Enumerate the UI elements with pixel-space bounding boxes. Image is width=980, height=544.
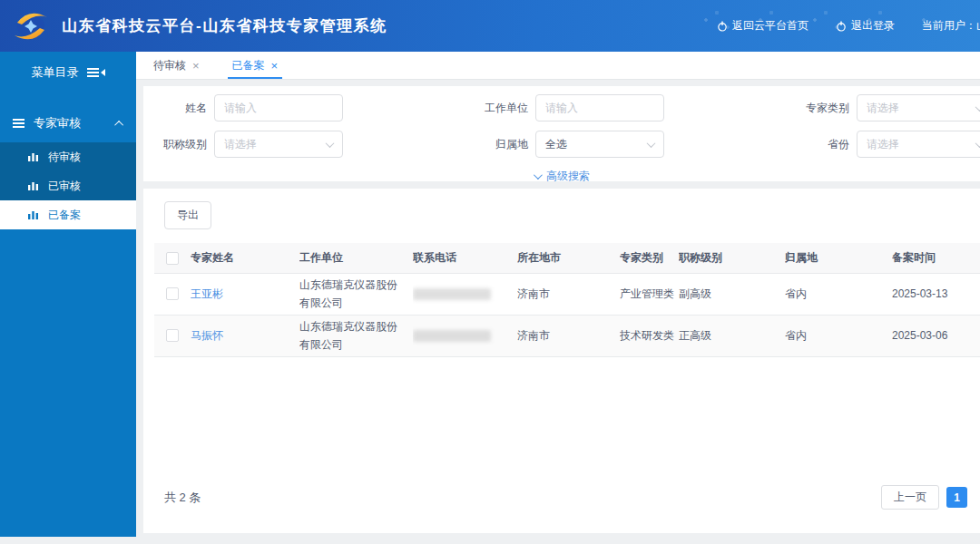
chevron-down-icon <box>326 139 335 148</box>
tab-recorded[interactable]: 已备案 × <box>228 52 283 79</box>
sidebar-group-expert-review[interactable]: 专家审核 <box>0 108 136 139</box>
experts-table: 专家姓名 工作单位 联系电话 所在地市 专家类别 职称级别 归属地 备案时间 王… <box>154 243 980 357</box>
app-title: 山东省科技云平台-山东省科技专家管理系统 <box>62 15 387 36</box>
sidebar: 菜单目录 专家审核 待审核 <box>0 52 136 537</box>
return-home-label: 返回云平台首页 <box>732 18 808 34</box>
province-select[interactable]: 请选择 <box>857 131 980 158</box>
page-number-1[interactable]: 1 <box>946 487 967 508</box>
list-icon <box>13 118 24 129</box>
field-title-level: 职称级别 请选择 <box>143 131 465 158</box>
city-cell: 济南市 <box>517 273 620 315</box>
advanced-search-link[interactable]: 高级搜索 <box>143 169 980 184</box>
table-row: 马振怀 山东德瑞克仪器股份有限公司 济南市 技术研发类 正高级 省内 2025-… <box>154 315 980 356</box>
field-work-unit: 工作单位 <box>465 94 786 121</box>
row-checkbox[interactable] <box>166 329 179 342</box>
sidebar-item-recorded[interactable]: 已备案 <box>0 200 136 229</box>
chevron-down-icon <box>975 102 980 112</box>
record-date-cell: 2025-03-06 <box>892 315 980 356</box>
table-footer: 共 2 条 上一页 1 <box>164 485 967 510</box>
row-checkbox[interactable] <box>166 287 179 300</box>
pagination: 上一页 1 <box>881 485 967 510</box>
work-unit-input[interactable] <box>535 94 664 121</box>
tab-label: 待审核 <box>153 58 186 73</box>
name-input[interactable] <box>214 94 343 121</box>
logout-label: 退出登录 <box>851 18 895 34</box>
group-label: 专家审核 <box>34 115 81 131</box>
field-label: 归属地 <box>465 137 528 152</box>
select-all-checkbox[interactable] <box>166 252 179 265</box>
select-placeholder: 请选择 <box>867 101 899 116</box>
power-icon <box>836 21 847 32</box>
field-label: 专家类别 <box>786 101 849 116</box>
prev-page-button[interactable]: 上一页 <box>881 485 939 510</box>
bar-chart-icon <box>27 180 39 191</box>
table-row: 王亚彬 山东德瑞克仪器股份有限公司 济南市 产业管理类 副高级 省内 2025-… <box>154 273 980 315</box>
results-panel: 导出 专家姓名 工作单位 联系电话 所在地市 专家类别 职称级别 归属 <box>143 189 980 533</box>
field-expert-category: 专家类别 请选择 <box>786 94 980 121</box>
phone-cell <box>413 273 517 315</box>
field-region: 归属地 全选 <box>465 131 786 158</box>
search-row-2: 职称级别 请选择 归属地 全选 省份 请选择 <box>143 131 980 158</box>
menu-title-label: 菜单目录 <box>32 64 79 81</box>
export-button[interactable]: 导出 <box>164 201 211 229</box>
organization-cell: 山东德瑞克仪器股份有限公司 <box>299 273 413 315</box>
redacted-phone <box>413 330 491 342</box>
close-icon[interactable]: × <box>271 59 279 73</box>
sidebar-item-label: 已审核 <box>48 179 81 194</box>
expert-category-select[interactable]: 请选择 <box>857 94 980 121</box>
table-header-row: 专家姓名 工作单位 联系电话 所在地市 专家类别 职称级别 归属地 备案时间 <box>154 243 980 273</box>
redacted-phone <box>413 288 491 300</box>
select-placeholder: 请选择 <box>867 137 899 152</box>
sidebar-item-reviewed[interactable]: 已审核 <box>0 171 136 200</box>
phone-cell <box>413 315 517 356</box>
title-level-select[interactable]: 请选择 <box>214 131 343 158</box>
column-header: 专家姓名 <box>191 243 299 273</box>
app-logo-icon <box>11 8 51 44</box>
title-level-cell: 正高级 <box>679 315 785 356</box>
tab-bar: 待审核 × 已备案 × <box>136 52 980 80</box>
sidebar-item-pending-review[interactable]: 待审核 <box>0 142 136 171</box>
return-home-link[interactable]: 返回云平台首页 <box>717 18 808 34</box>
select-value: 全选 <box>545 137 567 152</box>
select-placeholder: 请选择 <box>224 137 257 152</box>
close-icon[interactable]: × <box>192 59 200 73</box>
sidebar-item-label: 待审核 <box>48 150 81 165</box>
sidebar-submenu: 待审核 已审核 已备案 <box>0 142 136 229</box>
chevron-down-icon <box>975 139 980 148</box>
field-label: 省份 <box>786 137 849 152</box>
expert-name-link[interactable]: 王亚彬 <box>191 287 223 300</box>
column-header: 职称级别 <box>679 243 785 273</box>
sidebar-item-label: 已备案 <box>48 208 81 223</box>
organization-cell: 山东德瑞克仪器股份有限公司 <box>299 315 413 356</box>
category-cell: 产业管理类 <box>620 273 679 315</box>
advanced-search-label: 高级搜索 <box>546 169 590 184</box>
tab-pending-review[interactable]: 待审核 × <box>149 52 204 79</box>
category-cell: 技术研发类 <box>620 315 679 356</box>
brand: 山东省科技云平台-山东省科技专家管理系统 <box>11 8 387 44</box>
column-header: 工作单位 <box>299 243 413 273</box>
bar-chart-icon <box>27 209 39 220</box>
region-cell: 省内 <box>785 273 892 315</box>
search-row-1: 姓名 工作单位 专家类别 请选择 <box>143 94 980 121</box>
title-level-cell: 副高级 <box>679 273 785 315</box>
expert-name-link[interactable]: 马振怀 <box>191 329 223 342</box>
field-label: 职称级别 <box>143 137 207 152</box>
column-header: 专家类别 <box>620 243 679 273</box>
field-province: 省份 请选择 <box>786 131 980 158</box>
city-cell: 济南市 <box>517 315 620 356</box>
field-label: 姓名 <box>143 101 207 116</box>
column-header: 归属地 <box>785 243 892 273</box>
sidebar-menu-title[interactable]: 菜单目录 <box>0 52 136 93</box>
field-name: 姓名 <box>143 94 465 121</box>
content-area: 姓名 工作单位 专家类别 请选择 职称级别 <box>136 80 980 537</box>
current-user: 当前用户：山东 <box>922 18 980 34</box>
field-label: 工作单位 <box>465 101 528 116</box>
collapse-menu-icon[interactable] <box>87 69 105 76</box>
column-header: 联系电话 <box>413 243 517 273</box>
region-select[interactable]: 全选 <box>535 131 664 158</box>
app-header: 山东省科技云平台-山东省科技专家管理系统 返回云平台首页 退出登录 当前用户：山… <box>0 0 980 52</box>
logout-link[interactable]: 退出登录 <box>836 18 895 34</box>
column-header: 所在地市 <box>517 243 620 273</box>
power-icon <box>717 21 728 32</box>
tab-label: 已备案 <box>232 58 265 73</box>
